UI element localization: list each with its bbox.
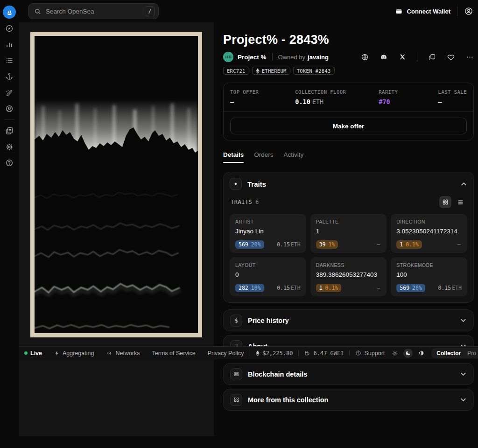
trait-floor-price: 0.15ETH	[277, 241, 300, 248]
traits-count: TRAITS6	[231, 199, 259, 205]
terms-link[interactable]: Terms of Service	[152, 350, 196, 357]
tab-activity[interactable]: Activity	[284, 151, 304, 163]
sidebar-item-stats[interactable]	[5, 40, 14, 49]
eth-price[interactable]: $2,225.80	[256, 350, 293, 357]
status-bar: Live Aggregating Networks Terms of Servi…	[19, 346, 478, 359]
sidebar-item-explore[interactable]	[5, 24, 14, 33]
grid-view-button[interactable]	[439, 196, 451, 208]
tag-erc721: ERC721	[223, 67, 249, 75]
ethereum-icon	[256, 68, 260, 74]
dark-theme-button[interactable]	[403, 349, 413, 358]
copy-link-button[interactable]	[428, 53, 436, 61]
system-theme-button[interactable]	[416, 349, 426, 358]
dollar-icon: $	[234, 317, 238, 324]
documents-icon	[5, 126, 14, 135]
trait-card-layout[interactable]: LAYOUT 0 28210% 0.15ETH	[230, 257, 306, 296]
ethereum-icon	[256, 350, 260, 356]
live-status: Live	[24, 350, 42, 357]
discord-button[interactable]	[380, 53, 388, 61]
chevron-down-icon	[460, 396, 467, 403]
trait-card-palette[interactable]: PALETTE 1 391% —	[310, 214, 387, 253]
diamond-icon	[233, 181, 239, 187]
aggregating-status[interactable]: Aggregating	[54, 350, 94, 357]
light-theme-button[interactable]	[390, 349, 400, 358]
trait-floor-price: 0.15ETH	[277, 285, 300, 291]
networks-status[interactable]: Networks	[106, 350, 140, 357]
collection-avatar-image	[223, 52, 233, 62]
blockchain-icon-box	[230, 368, 242, 380]
list-view-button[interactable]	[454, 196, 466, 208]
opensea-logo[interactable]	[3, 6, 16, 19]
trait-floor-price: —	[457, 241, 462, 248]
gas-pump-icon	[304, 350, 310, 356]
privacy-link[interactable]: Privacy Policy	[208, 350, 244, 357]
price-history-section[interactable]: $ Price history	[223, 309, 474, 331]
detail-tabs: Details Orders Activity	[223, 151, 303, 163]
trait-rarity-badge: 56920%	[235, 240, 264, 249]
sidebar-item-docs[interactable]	[5, 126, 14, 135]
sidebar-item-profile[interactable]	[5, 105, 14, 113]
sidebar-item-drops[interactable]	[5, 72, 14, 81]
search-placeholder: Search OpenSea	[46, 8, 145, 15]
trait-card-artist[interactable]: ARTIST Jinyao Lin 56920% 0.15ETH	[230, 214, 306, 253]
sidebar-item-activity[interactable]	[5, 56, 14, 65]
gas-price[interactable]: 6.47 GWEI	[304, 350, 344, 357]
traits-collapse-chevron[interactable]	[460, 181, 467, 188]
support-link[interactable]: Support	[355, 350, 385, 357]
bar-chart-icon	[5, 40, 14, 49]
more-collection-icon-box	[230, 394, 242, 406]
mode-collector[interactable]: Collector	[433, 350, 464, 357]
sidebar-item-help[interactable]	[5, 159, 14, 167]
trait-rarity-badge: 10.1%	[316, 284, 342, 292]
tab-orders[interactable]: Orders	[254, 151, 273, 163]
favorite-button[interactable]	[447, 53, 455, 61]
more-from-collection-section[interactable]: More from this collection	[223, 389, 474, 411]
search-icon	[34, 8, 41, 15]
signal-icon	[106, 350, 112, 357]
details-panel: Project% - 2843% Project % Owned by java…	[223, 0, 474, 448]
stat-top-offer: TOP OFFER —	[230, 89, 295, 105]
search-input[interactable]: Search OpenSea /	[28, 3, 159, 19]
copy-icon	[428, 53, 436, 61]
x-twitter-button[interactable]	[399, 53, 406, 61]
opensea-ship-icon	[6, 8, 14, 16]
profile-circle-icon	[5, 105, 14, 113]
nft-artwork[interactable]	[30, 32, 202, 337]
theme-switcher	[390, 349, 426, 358]
traits-grid: ARTIST Jinyao Lin 56920% 0.15ETH PALETTE…	[230, 214, 467, 296]
stats-card: TOP OFFER — COLLECTION FLOOR 0.10ETH RAR…	[223, 83, 474, 140]
make-offer-button[interactable]: Make offer	[230, 118, 467, 134]
more-options-button[interactable]	[466, 53, 474, 61]
stat-collection-floor: COLLECTION FLOOR 0.10ETH	[295, 89, 379, 105]
x-twitter-icon	[399, 53, 406, 61]
owner-link[interactable]: javaing	[308, 54, 329, 61]
trait-rarity-badge: 391%	[316, 240, 338, 249]
trait-card-strokemode[interactable]: STROKEMODE 100 56920% 0.15ETH	[391, 257, 467, 296]
sidebar-item-studio[interactable]	[5, 89, 14, 97]
website-button[interactable]	[361, 53, 369, 61]
media-panel	[19, 22, 214, 436]
blockchain-details-section[interactable]: Blockchain details	[223, 363, 474, 385]
traits-title: Traits	[247, 180, 266, 188]
trait-rarity-badge: 10.1%	[396, 240, 422, 249]
chevron-down-icon	[460, 317, 467, 324]
sidebar-item-settings[interactable]	[5, 143, 14, 151]
help-icon	[5, 159, 14, 167]
trait-card-darkness[interactable]: DARKNESS 389.38626053277403 10.1% —	[310, 257, 387, 296]
tab-details[interactable]: Details	[223, 151, 244, 163]
nft-artwork-image	[35, 36, 198, 333]
sidebar	[0, 0, 19, 448]
mode-pro[interactable]: Pro	[464, 350, 478, 357]
server-icon	[233, 371, 239, 377]
globe-icon	[361, 53, 369, 61]
stat-rarity: RARITY #70	[379, 89, 438, 105]
compass-icon	[5, 24, 14, 33]
collection-avatar[interactable]	[223, 52, 233, 62]
trait-card-direction[interactable]: DIRECTION 3.0523050241172314 10.1% —	[391, 214, 467, 253]
collection-meta-row: Project % Owned by javaing	[223, 52, 474, 62]
collection-name-link[interactable]: Project %	[238, 54, 267, 61]
tag-token-id: TOKEN #2843	[293, 67, 335, 75]
live-dot	[24, 351, 28, 355]
traits-section-header[interactable]: Traits	[230, 178, 467, 190]
gear-icon	[5, 143, 14, 151]
